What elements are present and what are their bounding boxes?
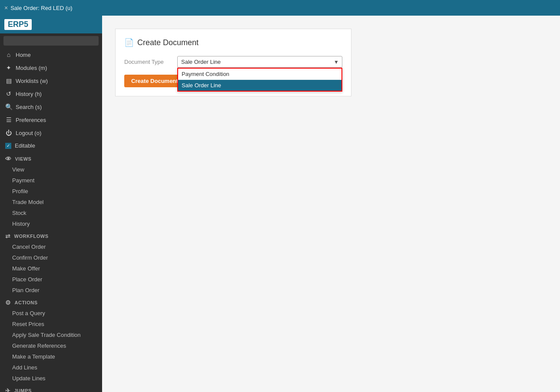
dropdown-popup: Payment Condition Sale Order Line — [177, 68, 342, 92]
section-jumps-header: ✈ JUMPS — [0, 384, 102, 392]
views-item-view[interactable]: View — [0, 164, 102, 175]
workflows-section-icon: ⇄ — [5, 233, 11, 240]
search-input[interactable] — [3, 36, 99, 46]
actions-item-make-template[interactable]: Make a Template — [0, 351, 102, 362]
workflows-item-confirm-order[interactable]: Confirm Order — [0, 252, 102, 263]
actions-item-reset-prices[interactable]: Reset Prices — [0, 319, 102, 329]
sidebar-logo: ERP5 — [0, 16, 102, 33]
tab-label: Sale Order: Red LED (u) — [10, 5, 72, 11]
worklists-icon: ▤ — [5, 77, 12, 84]
create-document-button[interactable]: Create Document — [124, 75, 185, 87]
sidebar-item-search-label: Search (s) — [16, 104, 42, 110]
actions-item-apply-sale-trade[interactable]: Apply Sale Trade Condition — [0, 329, 102, 340]
document-type-select[interactable]: Payment Condition Sale Order Line — [177, 56, 342, 68]
document-type-label: Document Type — [124, 56, 172, 65]
editable-toggle[interactable]: ✓ Editable — [0, 139, 102, 152]
editable-checkbox[interactable]: ✓ — [5, 143, 11, 149]
sidebar-item-modules[interactable]: ✦ Modules (m) — [0, 61, 102, 74]
workflows-item-make-offer[interactable]: Make Offer — [0, 263, 102, 274]
actions-item-add-lines[interactable]: Add Lines — [0, 362, 102, 373]
section-views-header: 👁 VIEWS — [0, 152, 102, 164]
sidebar-item-preferences[interactable]: ☰ Preferences — [0, 113, 102, 126]
section-workflows-header: ⇄ WORKFLOWS — [0, 229, 102, 241]
section-workflows-label: WORKFLOWS — [14, 234, 49, 239]
jumps-section-icon: ✈ — [5, 387, 11, 392]
editable-label: Editable — [15, 142, 35, 149]
create-document-heading: Create Document — [137, 38, 199, 47]
document-type-dropdown-container: Payment Condition Sale Order Line ▼ Paym… — [177, 56, 342, 68]
close-tab-icon[interactable]: × — [4, 4, 8, 11]
sidebar-item-logout-label: Logout (o) — [16, 130, 41, 136]
sidebar-item-logout[interactable]: ⏻ Logout (o) — [0, 126, 102, 139]
create-document-panel: 📄 Create Document Document Type Payment … — [115, 29, 351, 96]
sidebar-item-home-label: Home — [16, 52, 31, 58]
actions-item-post-query[interactable]: Post a Query — [0, 308, 102, 319]
active-tab[interactable]: × Sale Order: Red LED (u) — [4, 4, 73, 11]
sidebar: ERP5 ⌂ Home ✦ Modules (m) ▤ Worklists (w… — [0, 16, 102, 392]
workflows-item-cancel-order[interactable]: Cancel Order — [0, 241, 102, 252]
main-layout: ERP5 ⌂ Home ✦ Modules (m) ▤ Worklists (w… — [0, 16, 560, 392]
sidebar-item-preferences-label: Preferences — [16, 117, 46, 123]
dropdown-option-sale-order-line[interactable]: Sale Order Line — [178, 80, 341, 91]
sidebar-item-history-label: History (h) — [16, 91, 42, 97]
create-document-title: 📄 Create Document — [124, 38, 342, 47]
views-item-profile[interactable]: Profile — [0, 186, 102, 197]
topbar: × Sale Order: Red LED (u) — [0, 0, 560, 16]
document-type-row: Document Type Payment Condition Sale Ord… — [124, 56, 342, 68]
sidebar-item-history[interactable]: ↺ History (h) — [0, 87, 102, 100]
search-icon: 🔍 — [5, 103, 12, 110]
views-section-icon: 👁 — [5, 155, 12, 162]
dropdown-option-payment-condition[interactable]: Payment Condition — [178, 69, 341, 80]
sidebar-item-modules-label: Modules (m) — [16, 65, 47, 71]
history-icon: ↺ — [5, 90, 12, 97]
actions-section-icon: ⚙ — [5, 299, 11, 306]
content-area: 📄 Create Document Document Type Payment … — [102, 16, 560, 392]
views-item-history[interactable]: History — [0, 218, 102, 229]
sidebar-search-area — [0, 33, 102, 48]
section-actions-label: ACTIONS — [15, 300, 38, 305]
sidebar-item-worklists[interactable]: ▤ Worklists (w) — [0, 74, 102, 87]
section-jumps-label: JUMPS — [14, 388, 32, 392]
section-actions-header: ⚙ ACTIONS — [0, 296, 102, 308]
workflows-item-place-order[interactable]: Place Order — [0, 274, 102, 285]
section-views-label: VIEWS — [15, 156, 32, 161]
workflows-item-plan-order[interactable]: Plan Order — [0, 285, 102, 296]
sidebar-item-worklists-label: Worklists (w) — [16, 78, 48, 84]
preferences-icon: ☰ — [5, 116, 12, 123]
sidebar-item-home[interactable]: ⌂ Home — [0, 48, 102, 61]
views-item-trade-model[interactable]: Trade Model — [0, 197, 102, 208]
views-item-stock[interactable]: Stock — [0, 208, 102, 218]
document-icon: 📄 — [124, 38, 134, 47]
actions-item-generate-references[interactable]: Generate References — [0, 340, 102, 351]
sidebar-item-search[interactable]: 🔍 Search (s) — [0, 100, 102, 113]
modules-icon: ✦ — [5, 64, 12, 71]
actions-item-update-lines[interactable]: Update Lines — [0, 373, 102, 384]
erp5-logo: ERP5 — [4, 19, 32, 30]
home-icon: ⌂ — [5, 51, 12, 58]
views-item-payment[interactable]: Payment — [0, 175, 102, 186]
logout-icon: ⏻ — [5, 129, 12, 136]
